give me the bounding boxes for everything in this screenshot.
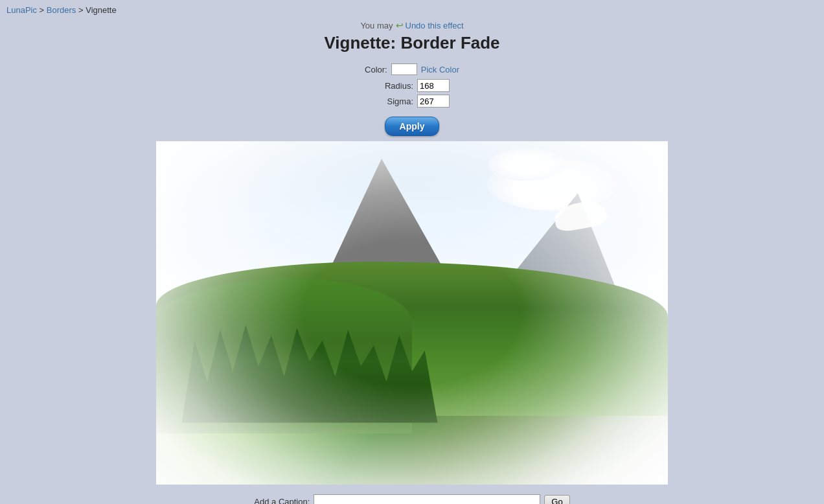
main-content: You may ↩ Undo this effect Vignette: Bor… [0, 20, 824, 504]
pick-color-link[interactable]: Pick Color [421, 65, 459, 74]
sigma-label: Sigma: [374, 97, 413, 106]
radius-label: Radius: [374, 81, 413, 91]
apply-button[interactable]: Apply [385, 117, 440, 136]
go-button[interactable]: Go [544, 495, 569, 505]
radius-input[interactable] [417, 79, 450, 92]
image-container [156, 141, 668, 485]
undo-link[interactable]: ↩ Undo this effect [396, 20, 464, 30]
apply-row: Apply [365, 111, 459, 136]
color-swatch[interactable] [391, 63, 417, 75]
breadcrumb-current: Vignette [86, 5, 116, 15]
sigma-input[interactable] [417, 95, 450, 108]
undo-prefix: You may [360, 21, 393, 30]
caption-label: Add a Caption: [254, 497, 310, 505]
radius-row: Radius: [365, 79, 459, 92]
breadcrumb-lunapic[interactable]: LunaPic [6, 5, 37, 15]
breadcrumb: LunaPic > Borders > Vignette [0, 0, 824, 20]
undo-label: Undo this effect [406, 21, 464, 30]
page-title: Vignette: Border Fade [324, 33, 499, 53]
mountain-scene [156, 141, 668, 485]
controls-section: Color: Pick Color Radius: Sigma: Apply [365, 63, 459, 136]
color-label: Color: [365, 65, 387, 74]
breadcrumb-sep1: > [40, 5, 47, 15]
caption-input[interactable] [314, 494, 540, 504]
undo-line: You may ↩ Undo this effect [324, 20, 499, 30]
caption-row: Add a Caption: Go [254, 494, 569, 504]
breadcrumb-sep2: > [78, 5, 86, 15]
sigma-row: Sigma: [365, 95, 459, 108]
color-row: Color: Pick Color [365, 63, 459, 75]
bottom-section: Add a Caption: Go Save or Share on FaceB… [254, 494, 569, 504]
vignette-overlay [156, 141, 668, 485]
vignette-image [156, 141, 668, 485]
breadcrumb-borders[interactable]: Borders [47, 5, 76, 15]
undo-icon: ↩ [396, 20, 404, 30]
header-section: You may ↩ Undo this effect Vignette: Bor… [324, 20, 499, 58]
